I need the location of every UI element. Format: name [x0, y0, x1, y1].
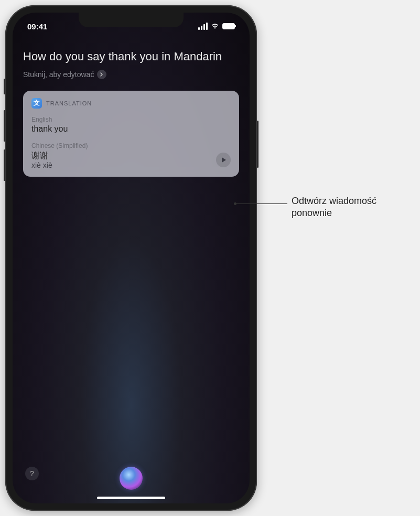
target-text: 谢谢 — [31, 150, 52, 162]
mute-switch[interactable] — [4, 79, 5, 94]
callout-label: Odtwórz wiadomość ponownie — [292, 195, 376, 220]
screen: 09:41 How do you say thank you in Mandar… — [13, 13, 250, 503]
target-text-block: 谢谢 xiè xiè — [31, 150, 52, 170]
tap-to-edit[interactable]: Stuknij, aby edytować — [23, 70, 239, 79]
card-title: TRANSLATION — [46, 100, 92, 106]
help-button[interactable]: ? — [25, 467, 39, 480]
siri-content: How do you say thank you in Mandarin Stu… — [13, 34, 250, 177]
chevron-right-icon — [97, 70, 106, 79]
target-language-label: Chinese (Simplified) — [31, 142, 231, 149]
play-icon — [222, 157, 226, 163]
battery-icon — [222, 23, 235, 29]
wifi-icon — [211, 22, 219, 30]
source-language-label: English — [31, 116, 231, 123]
card-header: 文 TRANSLATION — [31, 98, 231, 109]
notch — [79, 13, 184, 27]
status-time: 09:41 — [27, 22, 47, 31]
edit-hint-label: Stuknij, aby edytować — [23, 70, 94, 79]
volume-up-button[interactable] — [4, 110, 5, 142]
translation-app-icon: 文 — [31, 98, 42, 109]
translation-card: 文 TRANSLATION English thank you Chinese … — [23, 91, 239, 177]
side-button[interactable] — [257, 121, 259, 168]
play-button[interactable] — [216, 153, 231, 167]
volume-down-button[interactable] — [4, 149, 5, 181]
source-text: thank you — [31, 124, 231, 134]
target-romanization: xiè xiè — [31, 161, 52, 169]
phone-frame: 09:41 How do you say thank you in Mandar… — [5, 5, 257, 511]
callout-leader-line — [235, 203, 287, 204]
siri-orb[interactable] — [120, 467, 143, 490]
status-indicators — [198, 22, 235, 30]
user-query[interactable]: How do you say thank you in Mandarin — [23, 49, 239, 64]
cellular-signal-icon — [198, 23, 208, 30]
home-indicator[interactable] — [97, 497, 165, 499]
